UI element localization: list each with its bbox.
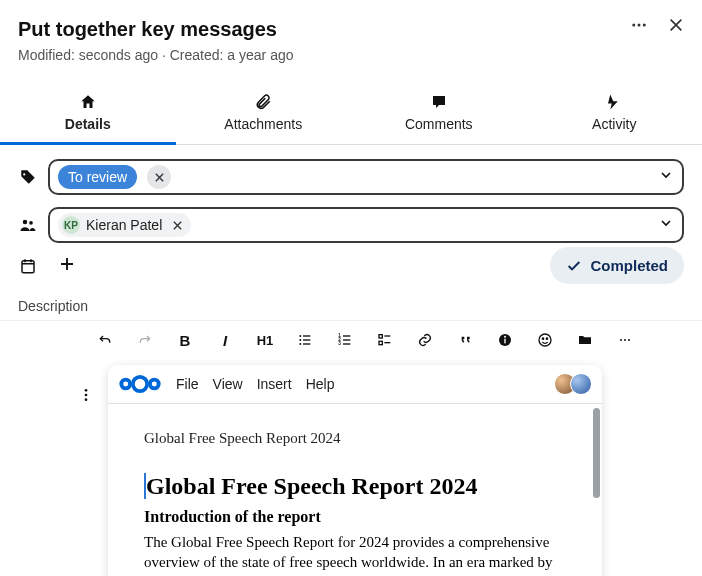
chevron-down-icon[interactable] — [658, 167, 674, 187]
check-icon — [566, 258, 582, 274]
doc-menu-insert[interactable]: Insert — [257, 376, 292, 392]
tag-chip-to-review[interactable]: To review — [58, 165, 137, 189]
svg-rect-21 — [504, 339, 505, 344]
tags-input[interactable]: To review — [48, 159, 684, 195]
svg-point-2 — [643, 24, 646, 27]
tab-label: Details — [65, 116, 111, 132]
doc-heading-1[interactable]: Global Free Speech Report 2024 — [144, 473, 566, 500]
editor-toolbar: B I H1 123 — [0, 321, 702, 359]
undo-button[interactable] — [96, 331, 114, 349]
bullet-list-button[interactable] — [296, 331, 314, 349]
completed-label: Completed — [590, 257, 668, 274]
people-icon — [18, 216, 38, 234]
doc-breadcrumb: Global Free Speech Report 2024 — [144, 430, 566, 447]
person-chip[interactable]: KP Kieran Patel — [58, 213, 191, 237]
svg-rect-10 — [303, 339, 310, 340]
checklist-button[interactable] — [376, 331, 394, 349]
svg-rect-9 — [303, 335, 310, 336]
activity-icon — [605, 93, 623, 114]
page-title: Put together key messages — [18, 18, 684, 41]
svg-rect-18 — [379, 335, 382, 338]
svg-point-1 — [638, 24, 641, 27]
calendar-icon[interactable] — [18, 257, 38, 275]
svg-point-3 — [23, 220, 28, 225]
tag-chip-remove[interactable] — [147, 165, 171, 189]
link-button[interactable] — [416, 331, 434, 349]
svg-rect-17 — [343, 343, 350, 344]
add-icon[interactable] — [58, 255, 76, 277]
svg-point-8 — [299, 343, 301, 345]
folder-button[interactable] — [576, 331, 594, 349]
chevron-down-icon[interactable] — [658, 215, 674, 235]
svg-point-23 — [539, 334, 551, 346]
svg-point-27 — [624, 339, 626, 341]
person-initials: KP — [62, 216, 80, 234]
svg-point-6 — [299, 335, 301, 337]
doc-menu-help[interactable]: Help — [306, 376, 335, 392]
more-icon[interactable] — [630, 16, 648, 38]
svg-point-7 — [299, 339, 301, 341]
close-icon[interactable] — [668, 17, 684, 37]
emoji-button[interactable] — [536, 331, 554, 349]
home-icon — [79, 93, 97, 114]
paperclip-icon — [254, 93, 272, 114]
svg-point-33 — [121, 380, 130, 389]
svg-point-4 — [29, 221, 33, 225]
doc-paragraph[interactable]: The Global Free Speech Report for 2024 p… — [144, 532, 566, 576]
svg-point-25 — [546, 338, 547, 339]
quote-button[interactable] — [456, 331, 474, 349]
avatar[interactable] — [570, 373, 592, 395]
svg-rect-5 — [22, 260, 34, 272]
completed-button[interactable]: Completed — [550, 247, 684, 284]
svg-point-22 — [504, 336, 506, 338]
tab-activity[interactable]: Activity — [527, 87, 703, 144]
svg-point-31 — [85, 398, 88, 401]
svg-rect-11 — [303, 343, 310, 344]
svg-point-0 — [632, 24, 635, 27]
doc-menu-file[interactable]: File — [176, 376, 199, 392]
svg-rect-15 — [343, 335, 350, 336]
doc-heading-2[interactable]: Introduction of the report — [144, 508, 566, 526]
redo-button[interactable] — [136, 331, 154, 349]
tab-label: Comments — [405, 116, 473, 132]
person-chip-remove-icon[interactable] — [172, 220, 183, 231]
italic-button[interactable]: I — [216, 331, 234, 349]
tab-attachments[interactable]: Attachments — [176, 87, 352, 144]
bold-button[interactable]: B — [176, 331, 194, 349]
tabs: Details Attachments Comments Activity — [0, 87, 702, 145]
svg-text:3: 3 — [338, 341, 341, 346]
tab-details[interactable]: Details — [0, 87, 176, 145]
svg-point-32 — [133, 377, 147, 391]
svg-point-24 — [542, 338, 543, 339]
tab-comments[interactable]: Comments — [351, 87, 527, 144]
svg-point-30 — [85, 394, 88, 397]
embedded-document: File View Insert Help Global Free Speech… — [108, 365, 602, 576]
svg-point-29 — [85, 389, 88, 392]
heading-button[interactable]: H1 — [256, 331, 274, 349]
modified-meta: Modified: seconds ago · Created: a year … — [18, 47, 684, 63]
collaborator-avatars[interactable] — [554, 373, 592, 395]
tag-icon — [18, 168, 38, 186]
svg-rect-16 — [343, 339, 350, 340]
doc-menu-view[interactable]: View — [213, 376, 243, 392]
nextcloud-logo-icon — [118, 373, 162, 395]
description-label: Description — [0, 284, 702, 320]
assignee-input[interactable]: KP Kieran Patel — [48, 207, 684, 243]
svg-point-28 — [628, 339, 630, 341]
svg-point-26 — [620, 339, 622, 341]
info-button[interactable] — [496, 331, 514, 349]
tab-label: Activity — [592, 116, 636, 132]
numbered-list-button[interactable]: 123 — [336, 331, 354, 349]
comment-icon — [430, 93, 448, 114]
tab-label: Attachments — [224, 116, 302, 132]
svg-point-34 — [150, 380, 159, 389]
svg-rect-19 — [379, 341, 382, 344]
scrollbar[interactable] — [593, 408, 600, 498]
doc-options-icon[interactable] — [78, 387, 94, 407]
person-name: Kieran Patel — [86, 217, 162, 233]
more-toolbar-button[interactable] — [616, 331, 634, 349]
